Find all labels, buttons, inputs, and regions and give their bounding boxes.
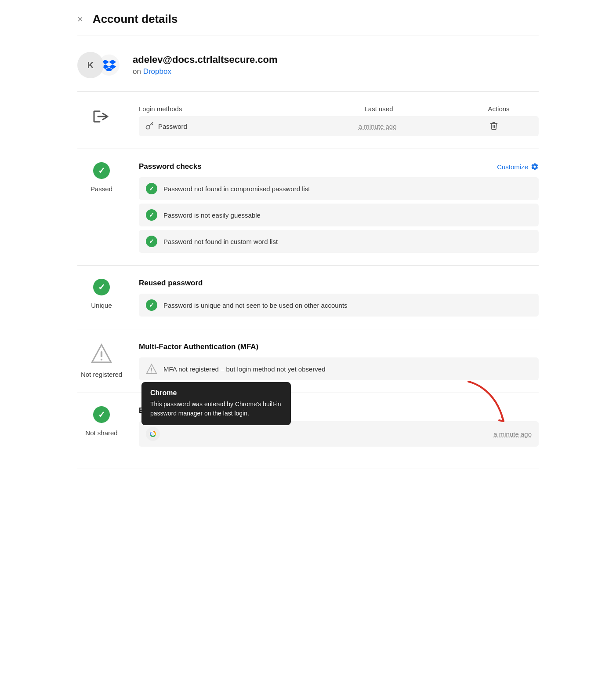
password-checks-icon-col: ✓ Passed xyxy=(77,162,126,193)
login-table-header: Login methods Last used Actions xyxy=(139,105,539,116)
chrome-icon-wrapper[interactable]: Chrome This password was entered by Chro… xyxy=(146,427,160,441)
close-button[interactable]: × xyxy=(77,15,83,24)
login-method-label: Password xyxy=(145,122,300,131)
password-checks-icon: ✓ xyxy=(93,162,110,179)
reused-password-icon: ✓ xyxy=(93,279,110,295)
page-title: Account details xyxy=(93,12,178,26)
svg-point-11 xyxy=(152,433,155,436)
mfa-content: Multi-Factor Authentication (MFA) MFA no… xyxy=(139,342,539,380)
login-last-used: a minute ago xyxy=(300,123,455,130)
avatar: K xyxy=(77,52,104,78)
mfa-icon-col: Not registered xyxy=(77,342,126,378)
warning-triangle-lg-icon xyxy=(91,342,112,364)
reused-password-icon-col: ✓ Unique xyxy=(77,279,126,309)
svg-rect-4 xyxy=(101,351,102,357)
col-last-used: Last used xyxy=(299,105,459,113)
customize-link[interactable]: Customize xyxy=(497,163,539,171)
svg-rect-6 xyxy=(151,368,152,371)
avatar-group: K xyxy=(77,52,120,78)
gear-icon xyxy=(531,163,539,171)
svg-line-3 xyxy=(152,124,153,125)
employee-title-row: Employee using account xyxy=(139,406,539,415)
password-checks-title: Password checks xyxy=(139,162,202,171)
mfa-title: Multi-Factor Authentication (MFA) xyxy=(139,342,258,351)
reused-password-title: Reused password xyxy=(139,279,203,288)
check-icon-1: ✓ xyxy=(146,183,157,194)
svg-rect-5 xyxy=(101,359,102,361)
employee-row: Chrome This password was entered by Chro… xyxy=(139,421,539,447)
mfa-warn-icon xyxy=(146,363,157,375)
reused-check-icon: ✓ xyxy=(146,299,157,311)
mfa-status: Not registered xyxy=(81,371,122,378)
col-method: Login methods xyxy=(139,105,299,113)
account-email: adelev@docs.ctrlaltsecure.com xyxy=(133,54,278,66)
check-icon-2: ✓ xyxy=(146,209,157,221)
account-service: on Dropbox xyxy=(133,67,278,76)
warning-triangle-sm-icon xyxy=(146,363,157,375)
employee-status: Not shared xyxy=(85,429,117,437)
col-actions: Actions xyxy=(459,105,539,113)
mfa-icon xyxy=(91,342,112,364)
reused-password-section: ✓ Unique Reused password ✓ Password is u… xyxy=(77,266,539,329)
employee-content: Employee using account Chrome This passw… xyxy=(139,406,539,447)
password-checks-title-row: Password checks Customize xyxy=(139,162,539,171)
check-row-1: ✓ Password not found in compromised pass… xyxy=(139,177,539,200)
reused-check-row: ✓ Password is unique and not seen to be … xyxy=(139,294,539,317)
password-checks-content: Password checks Customize ✓ Password not… xyxy=(139,162,539,253)
reused-password-content: Reused password ✓ Password is unique and… xyxy=(139,279,539,317)
mfa-section: Not registered Multi-Factor Authenticati… xyxy=(77,329,539,393)
service-link[interactable]: Dropbox xyxy=(143,67,171,76)
login-methods-section: Login methods Last used Actions Password… xyxy=(77,92,539,149)
employee-title: Employee using account xyxy=(139,406,227,415)
key-icon xyxy=(145,122,154,131)
delete-icon[interactable] xyxy=(489,121,498,131)
login-icon xyxy=(90,105,113,128)
employee-last-used: a minute ago xyxy=(493,430,532,438)
login-table-area: Login methods Last used Actions Password… xyxy=(139,105,539,136)
chrome-icon[interactable] xyxy=(146,427,160,441)
login-row: Password a minute ago xyxy=(139,116,539,136)
check-row-3: ✓ Password not found in custom word list xyxy=(139,230,539,253)
account-info: adelev@docs.ctrlaltsecure.com on Dropbox xyxy=(133,54,278,76)
login-icon-col xyxy=(77,105,126,128)
reused-password-status: Unique xyxy=(91,302,112,309)
employee-icon: ✓ xyxy=(93,406,110,423)
password-checks-section: ✓ Passed Password checks Customize ✓ Pas… xyxy=(77,149,539,266)
account-row: K adelev@docs.ctrlaltsecure.com on Dropb… xyxy=(77,36,539,92)
password-checks-status: Passed xyxy=(91,185,112,193)
mfa-title-row: Multi-Factor Authentication (MFA) xyxy=(139,342,539,351)
check-icon-3: ✓ xyxy=(146,236,157,247)
employee-icon-col: ✓ Not shared xyxy=(77,406,126,437)
login-delete[interactable] xyxy=(455,121,533,131)
header: × Account details xyxy=(77,0,539,36)
reused-password-title-row: Reused password xyxy=(139,279,539,288)
check-row-2: ✓ Password is not easily guessable xyxy=(139,204,539,226)
mfa-check-row: MFA not registered – but login method no… xyxy=(139,357,539,380)
svg-point-1 xyxy=(146,125,150,129)
svg-rect-7 xyxy=(151,371,152,372)
employee-section: ✓ Not shared Employee using account Chro… xyxy=(77,393,539,469)
